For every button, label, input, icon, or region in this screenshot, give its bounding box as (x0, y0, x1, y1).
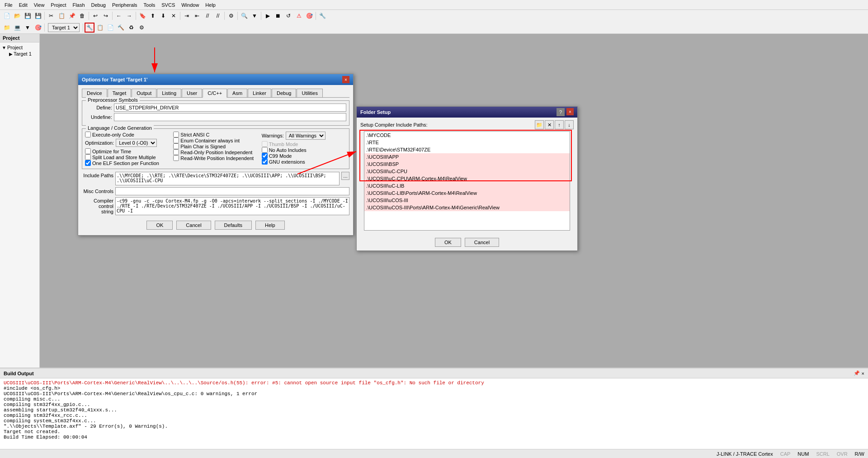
target-btn[interactable]: 🎯 (304, 11, 314, 21)
uncomment-btn[interactable]: // (213, 11, 223, 21)
c99-mode-label[interactable]: C99 Mode (262, 153, 346, 159)
build-close-btn[interactable]: × (862, 370, 864, 376)
folder-delete-btn[interactable]: ✕ (545, 120, 554, 129)
unindent-btn[interactable]: ⇤ (192, 11, 202, 21)
strict-ansi-cb[interactable] (173, 132, 179, 137)
batch-build-btn[interactable]: ⚙ (137, 23, 146, 33)
device-btn[interactable]: 💻 (12, 23, 22, 33)
paste-btn[interactable]: 📌 (67, 11, 77, 21)
warnings-combo[interactable]: All Warnings (286, 132, 326, 140)
split-load-label[interactable]: Split Load and Store Multiple (85, 154, 170, 160)
menu-edit[interactable]: Edit (16, 1, 30, 9)
read-only-pos-cb[interactable] (173, 149, 179, 155)
compiler-textarea[interactable]: -c99 -gnu -c -cpu Cortex-M4.fp -g -O0 -a… (115, 197, 349, 215)
plain-char-cb[interactable] (173, 143, 179, 149)
tab-device[interactable]: Device (82, 89, 107, 97)
build-multi-btn[interactable]: ⚙ (226, 11, 236, 21)
clear-bookmark-btn[interactable]: ✕ (169, 11, 179, 21)
enum-container-label[interactable]: Enum Container always int (173, 137, 258, 143)
define-input[interactable] (114, 104, 346, 112)
tab-utilities[interactable]: Utilities (297, 89, 322, 97)
folder-path-rte[interactable]: .\RTE (364, 139, 570, 146)
split-load-cb[interactable] (85, 154, 91, 160)
no-auto-includes-label[interactable]: No Auto Includes (262, 147, 346, 153)
tab-target[interactable]: Target (108, 89, 132, 97)
comment-btn[interactable]: // (203, 11, 212, 21)
undefine-input[interactable] (114, 113, 346, 121)
folder-path-uc-lib[interactable]: .\UCOSIII\uC-LIB (364, 182, 570, 189)
tab-asm[interactable]: Asm (227, 89, 247, 97)
folder-close-btn[interactable]: × (566, 108, 574, 115)
nav-back-btn[interactable]: ← (114, 11, 124, 21)
tab-output[interactable]: Output (132, 89, 156, 97)
folder-path-ucos-iii-realview[interactable]: .\UCOSIII\uCOS-III\Ports\ARM-Cortex-M4\G… (364, 204, 570, 211)
folder-path-rte-device[interactable]: .\RTE\Device\STM32F407ZE (364, 146, 570, 153)
folder-path-uc-cpu-realview[interactable]: .\UCOSIII\uC-CPU\ARM-Cortex-M4\RealView (364, 175, 570, 182)
folder-down-btn[interactable]: ↓ (565, 120, 574, 129)
dropdown-btn[interactable]: ▼ (23, 23, 33, 33)
options-target-btn[interactable]: 🔧 (85, 23, 94, 33)
cut-btn[interactable]: ✂ (46, 11, 56, 21)
optimization-combo[interactable]: Level 0 (-O0) (116, 139, 157, 147)
read-write-pos-cb[interactable] (173, 155, 179, 161)
find-dropdown-btn[interactable]: ▼ (250, 11, 259, 21)
misc-input[interactable] (115, 187, 349, 195)
reset-btn[interactable]: ↺ (283, 11, 293, 21)
menu-svcs[interactable]: SVCS (159, 1, 178, 9)
build-pin-btn[interactable]: 📌 (854, 370, 860, 376)
execute-only-cb[interactable] (85, 132, 91, 137)
gnu-ext-label[interactable]: GNU extensions (262, 159, 346, 165)
save-all-btn[interactable]: 💾 (33, 11, 43, 21)
include-textarea[interactable]: .\\MYCODE; .\\RTE; .\\RTE\Device\STM32F4… (115, 172, 340, 185)
bookmark-btn[interactable]: 🔖 (137, 11, 147, 21)
indent-btn[interactable]: ⇥ (182, 11, 192, 21)
c99-mode-cb[interactable] (262, 153, 268, 159)
save-btn[interactable]: 💾 (23, 11, 33, 21)
execute-only-label[interactable]: Execute-only Code (85, 132, 170, 137)
folder-help-btn[interactable]: ? (557, 108, 565, 116)
next-bookmark-btn[interactable]: ⬇ (158, 11, 168, 21)
project-btn[interactable]: 📁 (2, 23, 12, 33)
tree-target1[interactable]: ▶ Target 1 (2, 51, 38, 57)
rebuild-target-btn[interactable]: ♻ (126, 23, 136, 33)
menu-window[interactable]: Window (179, 1, 202, 9)
optimize-time-label[interactable]: Optimize for Time (85, 148, 170, 154)
tab-cc[interactable]: C/C++ (203, 89, 227, 98)
copy-target-btn[interactable]: 📄 (105, 23, 115, 33)
menu-file[interactable]: File (2, 1, 15, 9)
tools-btn[interactable]: 🔧 (317, 11, 327, 21)
thumb-mode-label[interactable]: Thumb Mode (262, 141, 346, 147)
folder-path-uc-cpu[interactable]: .\UCOSIII\uC-CPU (364, 168, 570, 175)
options-dialog-close[interactable]: × (342, 76, 349, 83)
menu-project[interactable]: Project (48, 1, 69, 9)
tree-project[interactable]: ▼ Project (2, 44, 38, 51)
tab-listing[interactable]: Listing (157, 89, 181, 97)
menu-flash[interactable]: Flash (70, 1, 88, 9)
redo-btn[interactable]: ↪ (101, 11, 111, 21)
find-btn[interactable]: 🔍 (239, 11, 249, 21)
options-defaults-btn[interactable]: Defaults (215, 221, 252, 230)
tab-debug[interactable]: Debug (272, 89, 296, 97)
build-target-btn[interactable]: 🔨 (116, 23, 126, 33)
undo-btn[interactable]: ↩ (90, 11, 100, 21)
folder-up-btn[interactable]: ↑ (555, 120, 564, 129)
plain-char-label[interactable]: Plain Char is Signed (173, 143, 258, 149)
manage-project-btn[interactable]: 📋 (95, 23, 105, 33)
target-manager-btn[interactable]: 🎯 (33, 23, 43, 33)
target-combo[interactable]: Target 1 (48, 23, 80, 32)
delete-btn[interactable]: 🗑 (77, 11, 87, 21)
new-file-btn[interactable]: 📄 (2, 11, 12, 21)
open-file-btn[interactable]: 📂 (12, 11, 22, 21)
menu-peripherals[interactable]: Peripherals (109, 1, 140, 9)
one-elf-cb[interactable] (85, 160, 91, 166)
folder-cancel-btn[interactable]: Cancel (465, 238, 499, 247)
options-help-btn[interactable]: Help (255, 221, 285, 230)
copy-btn[interactable]: 📋 (57, 11, 66, 21)
nav-fwd-btn[interactable]: → (124, 11, 134, 21)
options-ok-btn[interactable]: OK (146, 221, 173, 230)
prev-bookmark-btn[interactable]: ⬆ (148, 11, 158, 21)
folder-ok-btn[interactable]: OK (435, 238, 461, 247)
menu-debug[interactable]: Debug (89, 1, 108, 9)
folder-path-ucosiii-app[interactable]: .\UCOSIII\APP (364, 153, 570, 161)
read-write-pos-label[interactable]: Read-Write Position Independent (173, 155, 258, 161)
